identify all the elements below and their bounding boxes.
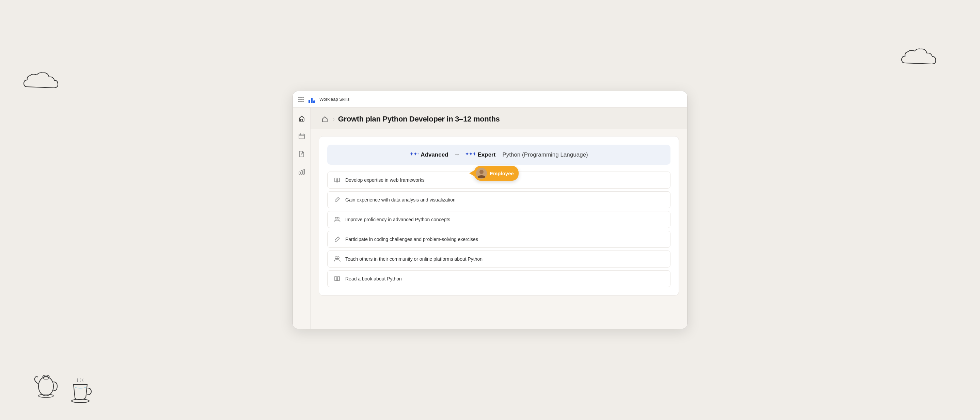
- people-icon-3: [334, 216, 340, 223]
- activity-item-6[interactable]: Read a book about Python: [327, 270, 670, 287]
- book-icon-6: [334, 275, 340, 282]
- svg-rect-5: [299, 172, 300, 174]
- app-name: Workleap Skills: [320, 97, 350, 102]
- activity-text-5: Teach others in their community or onlin…: [345, 256, 482, 262]
- main-layout: › Growth plan Python Developer in 3–12 m…: [293, 108, 687, 329]
- growth-plan-card: ✦✦✦ Advanced → ✦✦✦✦: [319, 136, 679, 296]
- deco-coffee: [68, 378, 95, 406]
- employee-avatar: [476, 168, 487, 179]
- home-breadcrumb[interactable]: [320, 114, 329, 124]
- page-title: Growth plan Python Developer in 3–12 mon…: [338, 115, 500, 124]
- svg-text:✦✦✦✦: ✦✦✦✦: [465, 151, 476, 157]
- svg-point-14: [335, 257, 337, 259]
- svg-rect-6: [301, 171, 302, 174]
- main-window: Workleap Skills: [293, 91, 687, 329]
- level-banner: ✦✦✦ Advanced → ✦✦✦✦: [327, 145, 670, 165]
- pencil-icon-4: [334, 236, 340, 242]
- sidebar: [293, 108, 310, 329]
- sidebar-item-documents[interactable]: [296, 148, 307, 159]
- book-icon-1: [334, 177, 340, 184]
- tooltip-arrow: [469, 171, 474, 176]
- from-level-badge: ✦✦✦ Advanced: [410, 151, 448, 158]
- deco-cloud-right: [898, 44, 939, 70]
- activity-text-2: Gain experience with data analysis and v…: [345, 197, 456, 203]
- page-header: › Growth plan Python Developer in 3–12 m…: [310, 108, 687, 129]
- to-level-badge: ✦✦✦✦ Expert: [465, 151, 495, 158]
- people-icon-5: [334, 255, 340, 262]
- title-bar: Workleap Skills: [293, 91, 687, 108]
- deco-cloud-left: [21, 68, 61, 93]
- tooltip-label: Employee: [490, 171, 514, 176]
- activity-item-4[interactable]: Participate in coding challenges and pro…: [327, 231, 670, 248]
- content-inner: ✦✦✦ Advanced → ✦✦✦✦: [310, 129, 687, 329]
- to-level-text: Expert: [477, 151, 495, 158]
- activity-text-3: Improve proficiency in advanced Python c…: [345, 217, 450, 222]
- svg-point-11: [479, 170, 484, 174]
- activity-item-5[interactable]: Teach others in their community or onlin…: [327, 250, 670, 268]
- activity-item-3[interactable]: Improve proficiency in advanced Python c…: [327, 211, 670, 228]
- svg-point-13: [337, 217, 339, 219]
- pencil-icon-2: [334, 197, 340, 203]
- activity-item-2[interactable]: Gain experience with data analysis and v…: [327, 191, 670, 208]
- svg-point-12: [335, 217, 337, 219]
- sidebar-item-reports[interactable]: [296, 166, 307, 177]
- activity-text-4: Participate in coding challenges and pro…: [345, 236, 478, 242]
- activity-text-1: Develop expertise in web frameworks: [345, 178, 425, 183]
- svg-point-1: [38, 377, 54, 396]
- activity-list: Develop expertise in web frameworks: [327, 171, 670, 287]
- sidebar-item-calendar[interactable]: [296, 131, 307, 142]
- level-arrow: →: [453, 151, 460, 158]
- svg-rect-7: [303, 169, 304, 174]
- grid-dots: [298, 97, 304, 102]
- breadcrumb-chevron: ›: [333, 116, 335, 122]
- from-stars: ✦✦✦: [410, 151, 418, 158]
- svg-point-15: [337, 257, 339, 259]
- from-level-text: Advanced: [420, 151, 448, 158]
- employee-tooltip: Employee: [474, 166, 519, 181]
- content-area: › Growth plan Python Developer in 3–12 m…: [310, 108, 687, 329]
- app-icon: [309, 96, 316, 103]
- deco-kettle: [34, 368, 58, 403]
- activity-item-1[interactable]: Develop expertise in web frameworks: [327, 171, 670, 189]
- skill-name: Python (Programming Language): [502, 151, 588, 158]
- sidebar-item-home[interactable]: [296, 113, 307, 124]
- activity-text-6: Read a book about Python: [345, 276, 402, 282]
- to-stars: ✦✦✦✦: [465, 151, 476, 158]
- svg-text:✦✦✦: ✦✦✦: [410, 151, 418, 157]
- svg-rect-4: [299, 134, 304, 139]
